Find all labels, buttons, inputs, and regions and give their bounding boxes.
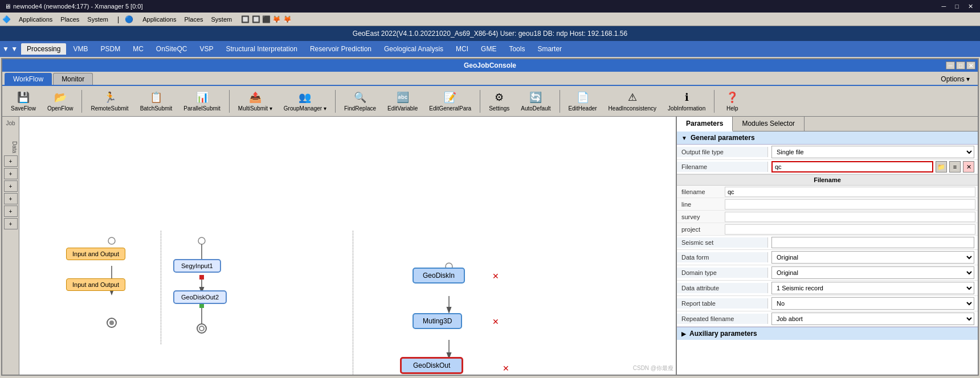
panel-tab-modules[interactable]: Modules Selector: [733, 117, 805, 131]
close-button[interactable]: ✕: [966, 3, 975, 10]
edit-header-button[interactable]: 📄 EditHeader: [564, 88, 602, 114]
data-attribute-select[interactable]: 1 Seismic record: [771, 282, 974, 294]
parallel-submit-button[interactable]: 📊 ParallelSubmit: [178, 88, 225, 114]
auto-default-button[interactable]: 🔄 AutoDefault: [516, 88, 556, 114]
sidebar-plus-5[interactable]: +: [4, 206, 18, 217]
save-flow-button[interactable]: 💾 SaveFlow: [6, 88, 41, 114]
node-input-output-1[interactable]: Input and Output: [66, 248, 125, 260]
console-minimize-button[interactable]: ─: [946, 61, 955, 69]
menu-tools[interactable]: Tools: [503, 43, 530, 55]
group-manager-button[interactable]: 👥 GroupManager ▾: [279, 88, 332, 114]
open-flow-icon: 📂: [54, 91, 67, 104]
fn-input-line[interactable]: [725, 199, 975, 209]
filename-folder-button[interactable]: 📁: [936, 161, 947, 172]
help-button[interactable]: ❓ Help: [718, 88, 746, 114]
data-form-select[interactable]: Original: [771, 251, 974, 264]
menu-applications-1[interactable]: Applications: [15, 15, 56, 24]
menu-smarter[interactable]: Smarter: [532, 43, 567, 55]
sidebar-plus-3[interactable]: +: [4, 180, 18, 192]
node-geodiskin[interactable]: GeoDiskIn: [413, 268, 465, 284]
filename-delete-button[interactable]: ✕: [963, 161, 974, 172]
filename-list-button[interactable]: ≡: [949, 161, 961, 172]
remote-submit-button[interactable]: 🏃 RemoteSubmit: [85, 88, 133, 114]
panel-tab-parameters[interactable]: Parameters: [677, 117, 733, 132]
menu-processing[interactable]: Processing: [21, 43, 66, 55]
menu-places-2[interactable]: Places: [181, 15, 207, 24]
svg-point-3: [109, 321, 114, 325]
edit-general-para-button[interactable]: 📝 EditGeneralPara: [424, 88, 476, 114]
svg-point-4: [198, 237, 205, 244]
seismic-set-input[interactable]: [771, 237, 974, 248]
console-maximize-button[interactable]: □: [956, 61, 965, 69]
menu-gme[interactable]: GME: [475, 43, 502, 55]
parallel-submit-label: ParallelSubmit: [183, 105, 220, 112]
filename-label: Filename: [677, 162, 768, 172]
menu-geological[interactable]: Geological Analysis: [378, 43, 449, 55]
title-bar-right: ─ □ ✕: [940, 3, 975, 10]
menu-structural[interactable]: Structural Interpretation: [220, 43, 303, 55]
menu-onsiteqc[interactable]: OnSiteQC: [150, 43, 193, 55]
job-information-button[interactable]: ℹ JobInformation: [663, 88, 710, 114]
domain-type-value: Original: [768, 265, 978, 280]
batch-submit-button[interactable]: 📋 BatchSubmit: [135, 88, 178, 114]
maximize-button[interactable]: □: [953, 3, 961, 10]
workflow-svg: ✕ ✕ ✕ ⏵ ? ⏵ ? ⏵ ?: [19, 117, 676, 375]
edit-header-icon: 📄: [576, 91, 590, 104]
report-table-select[interactable]: No: [771, 297, 974, 310]
sidebar-plus-2[interactable]: +: [4, 168, 18, 179]
edit-variable-button[interactable]: 🔤 EditVariable: [382, 88, 423, 114]
node-geodiskout2[interactable]: GeoDiskOut2: [173, 290, 227, 304]
menu-vmb[interactable]: VMB: [67, 43, 93, 55]
menu-system-1[interactable]: System: [84, 15, 112, 24]
sidebar-plus-6[interactable]: +: [4, 218, 18, 229]
domain-type-select[interactable]: Original: [771, 266, 974, 279]
settings-label: Settings: [489, 105, 509, 112]
divider-2: [353, 231, 353, 375]
find-replace-button[interactable]: 🔍 FindReplace: [339, 88, 381, 114]
output-file-type-select[interactable]: Single file: [771, 146, 974, 158]
fn-label-line: line: [677, 200, 722, 209]
remote-submit-label: RemoteSubmit: [91, 105, 128, 112]
settings-button[interactable]: ⚙ Settings: [484, 88, 514, 114]
menu-mc[interactable]: MC: [127, 43, 149, 55]
aux-params-header[interactable]: ▶ Auxiliary parameters: [677, 327, 978, 340]
group-manager-icon: 👥: [298, 91, 312, 104]
menu-system-2[interactable]: System: [208, 15, 236, 24]
node-input-output-2[interactable]: Input and Output: [66, 278, 125, 291]
menu-applications-2[interactable]: Applications: [139, 15, 179, 24]
open-flow-button[interactable]: 📂 OpenFlow: [42, 88, 79, 114]
save-flow-icon: 💾: [17, 91, 30, 104]
multi-submit-button[interactable]: 📤 MultiSubmit ▾: [233, 88, 277, 114]
node-muting3d[interactable]: Muting3D: [413, 313, 462, 329]
minimize-button[interactable]: ─: [940, 3, 949, 10]
sidebar-plus-1[interactable]: +: [4, 155, 18, 167]
console-close-button[interactable]: ✕: [966, 61, 975, 69]
main-menu-bar: ▼ ▼ Processing VMB PSDM MC OnSiteQC VSP …: [0, 41, 980, 57]
menu-psdm[interactable]: PSDM: [95, 43, 126, 55]
repeated-filename-select[interactable]: Job abort: [771, 313, 974, 325]
fn-input-filename[interactable]: [725, 187, 975, 197]
workflow-canvas[interactable]: ✕ ✕ ✕ ⏵ ? ⏵ ? ⏵ ? Input and Output: [19, 117, 676, 375]
data-label: Data: [2, 140, 19, 154]
sidebar-plus-4[interactable]: +: [4, 193, 18, 204]
fn-input-project[interactable]: [725, 224, 975, 235]
report-table-label: Report table: [677, 298, 768, 309]
fn-label-survey: survey: [677, 212, 722, 221]
node-segy-input1[interactable]: SegyInput1: [173, 259, 221, 273]
node-geodiskout[interactable]: GeoDiskOut: [400, 357, 463, 374]
menu-reservoir[interactable]: Reservoir Prediction: [304, 43, 377, 55]
menu-mci[interactable]: MCI: [450, 43, 474, 55]
app-icon: 🖥: [5, 3, 11, 10]
tab-workflow[interactable]: WorkFlow: [5, 73, 52, 85]
head-inconsistency-label: HeadInconsistency: [609, 105, 657, 112]
fn-input-survey[interactable]: [725, 212, 975, 222]
general-params-header[interactable]: ▼ General parameters: [677, 132, 978, 145]
menu-vsp[interactable]: VSP: [194, 43, 219, 55]
node-geodiskout2-label: GeoDiskOut2: [181, 294, 219, 301]
options-button[interactable]: Options ▾: [935, 73, 975, 85]
node-geodiskin-label: GeoDiskIn: [423, 272, 455, 280]
tab-monitor[interactable]: Monitor: [53, 73, 93, 85]
menu-places-1[interactable]: Places: [57, 15, 83, 24]
filename-input[interactable]: [771, 161, 933, 172]
head-inconsistency-button[interactable]: ⚠ HeadInconsistency: [603, 88, 662, 114]
